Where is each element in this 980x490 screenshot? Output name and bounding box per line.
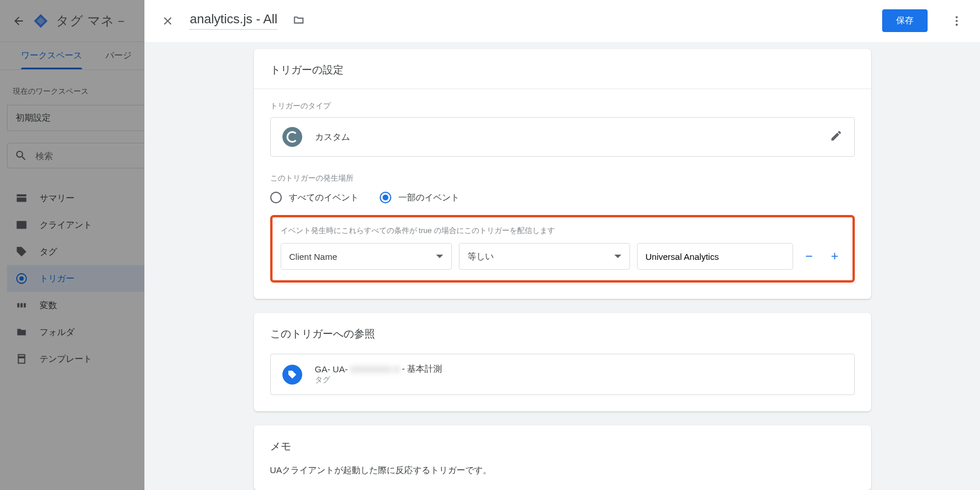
radio-label: 一部のイベント: [398, 192, 459, 203]
trigger-config-card: トリガーの設定 トリガーのタイプ カスタム このトリガーの発生場所: [254, 49, 871, 299]
trigger-type-label: トリガーのタイプ: [270, 101, 855, 111]
radio-all-events[interactable]: すべてのイベント: [270, 192, 359, 203]
select-value: 等しい: [468, 251, 494, 262]
card-title: トリガーの設定: [254, 49, 871, 89]
select-value: Client Name: [289, 252, 338, 262]
folder-icon[interactable]: [292, 13, 305, 29]
reference-name: GA- UA-XXXXXXX-X - 基本計測: [315, 364, 443, 375]
trigger-type-value: カスタム: [315, 132, 350, 143]
radio-icon: [380, 192, 391, 203]
memo-card: メモ UAクライアントが起動した際に反応するトリガーです。: [254, 425, 871, 490]
close-button[interactable]: [156, 9, 179, 33]
condition-value-input[interactable]: [637, 243, 793, 270]
reference-item[interactable]: GA- UA-XXXXXXX-X - 基本計測 タグ: [270, 354, 855, 395]
condition-variable-select[interactable]: Client Name: [281, 243, 452, 270]
trigger-type-selector[interactable]: カスタム: [270, 117, 855, 157]
save-button[interactable]: 保存: [882, 9, 928, 32]
conditions-highlight-box: イベント発生時にこれらすべての条件が true の場合にこのトリガーを配信します…: [270, 215, 855, 283]
svg-point-5: [956, 16, 958, 18]
more-vert-icon: [950, 15, 963, 27]
pencil-icon: [830, 129, 843, 142]
card-title: メモ: [254, 425, 871, 465]
radio-label: すべてのイベント: [289, 192, 359, 203]
fires-on-label: このトリガーの発生場所: [270, 173, 855, 184]
condition-row: Client Name 等しい − +: [281, 243, 844, 270]
modal-title[interactable]: analytics.js - All: [190, 12, 277, 30]
reference-type: タグ: [315, 375, 443, 385]
close-icon: [161, 15, 174, 27]
more-menu-button[interactable]: [945, 9, 968, 33]
fires-on-radio-group: すべてのイベント 一部のイベント: [270, 192, 855, 203]
conditions-label: イベント発生時にこれらすべての条件が true の場合にこのトリガーを配信します: [281, 225, 844, 236]
modal-header: analytics.js - All 保存: [144, 0, 980, 42]
memo-text[interactable]: UAクライアントが起動した際に反応するトリガーです。: [254, 465, 871, 490]
tag-reference-icon: [282, 365, 302, 385]
condition-operator-select[interactable]: 等しい: [459, 243, 630, 270]
custom-trigger-icon: [282, 127, 302, 147]
edit-trigger-type-button[interactable]: [830, 129, 843, 144]
svg-point-6: [956, 20, 958, 22]
radio-some-events[interactable]: 一部のイベント: [380, 192, 459, 203]
references-card: このトリガーへの参照 GA- UA-XXXXXXX-X - 基本計測 タグ: [254, 313, 871, 411]
card-title: このトリガーへの参照: [254, 313, 871, 344]
svg-point-7: [956, 23, 958, 26]
remove-condition-button[interactable]: −: [800, 247, 819, 266]
add-condition-button[interactable]: +: [826, 247, 844, 266]
trigger-editor-modal: analytics.js - All 保存 トリガーの設定 トリガーのタイプ カ…: [144, 0, 980, 490]
radio-icon: [270, 192, 282, 203]
modal-body: トリガーの設定 トリガーのタイプ カスタム このトリガーの発生場所: [144, 42, 980, 490]
